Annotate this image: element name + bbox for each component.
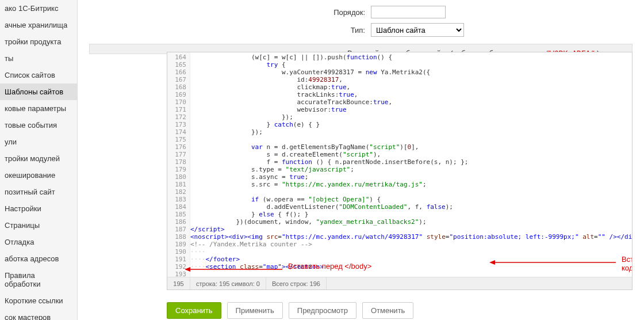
main-area: Порядок: Тип: Шаблон сайта Внешний вид ш… [78, 0, 644, 320]
status-total: Всего строк: 196 [266, 277, 327, 290]
button-bar: Сохранить Применить Предпросмотр Отменит… [167, 302, 413, 319]
sidebar-item[interactable]: тройки продукта [0, 33, 77, 50]
save-button[interactable]: Сохранить [167, 302, 221, 319]
type-label: Тип: [78, 26, 371, 35]
sidebar-item[interactable]: ты [0, 50, 77, 67]
sidebar-item[interactable]: ачные хранилища [0, 17, 77, 33]
status-line: 195 [167, 277, 190, 290]
sidebar-item[interactable]: Правила обработки [0, 267, 77, 292]
sidebar-item[interactable]: Список сайтов [0, 67, 77, 83]
apply-button[interactable]: Применить [227, 302, 283, 319]
editor-code[interactable]: (w[c] = w[c] || []).push(function() { tr… [190, 52, 632, 277]
sidebar-item[interactable]: Настройки [0, 200, 77, 217]
sidebar-item[interactable]: Отладка [0, 234, 77, 250]
sidebar-item-templates[interactable]: Шаблоны сайтов [0, 83, 77, 100]
code-editor[interactable]: 164 165 166 167 168 169 170 171 172 173 … [167, 52, 632, 290]
editor-gutter: 164 165 166 167 168 169 170 171 172 173 … [167, 52, 190, 277]
order-input[interactable] [371, 6, 446, 18]
editor-status-bar: 195 строка: 195 символ: 0 Всего строк: 1… [167, 277, 632, 289]
sidebar-item[interactable]: тройки модулей [0, 150, 77, 167]
sidebar-item[interactable]: Страницы [0, 217, 77, 234]
sidebar-item[interactable]: океширование [0, 167, 77, 184]
sidebar: ако 1С-Битрикс ачные хранилища тройки пр… [0, 0, 78, 320]
preview-button[interactable]: Предпросмотр [289, 302, 356, 319]
sidebar-item[interactable]: ули [0, 134, 77, 150]
status-pos: строка: 195 символ: 0 [190, 277, 266, 290]
sidebar-item[interactable]: позитный сайт [0, 184, 77, 200]
sidebar-item[interactable]: ковые параметры [0, 100, 77, 117]
sidebar-item[interactable]: ако 1С-Битрикс [0, 0, 77, 17]
cancel-button[interactable]: Отменить [362, 302, 413, 319]
sidebar-item[interactable]: Короткие ссылки [0, 292, 77, 309]
type-select[interactable]: Шаблон сайта [371, 23, 464, 37]
sidebar-item[interactable]: товые события [0, 117, 77, 134]
sidebar-item[interactable]: аботка адресов [0, 250, 77, 267]
order-label: Порядок: [78, 8, 371, 17]
sidebar-item[interactable]: сок мастеров [0, 309, 77, 320]
